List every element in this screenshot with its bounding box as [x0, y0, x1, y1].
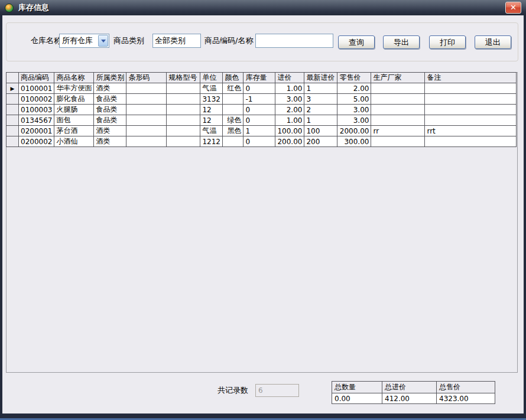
- grid-cell[interactable]: 1: [304, 83, 337, 94]
- grid-cell[interactable]: [167, 126, 200, 136]
- grid-cell[interactable]: 膨化食品: [54, 94, 94, 105]
- grid-cell[interactable]: [223, 94, 243, 105]
- grid-cell[interactable]: 黑色: [223, 126, 243, 136]
- grid-cell[interactable]: 1.00: [275, 83, 304, 94]
- grid-cell[interactable]: 1212: [200, 136, 223, 147]
- grid-cell[interactable]: 0200002: [19, 136, 54, 147]
- grid-cell[interactable]: 2.00: [337, 83, 371, 94]
- grid-cell[interactable]: 12: [200, 115, 223, 126]
- grid-cell[interactable]: [425, 136, 517, 147]
- column-header[interactable]: 颜色: [223, 73, 243, 83]
- category-input[interactable]: [152, 34, 201, 48]
- grid-cell[interactable]: 食品类: [94, 94, 126, 105]
- grid-cell[interactable]: 100.00: [275, 126, 304, 136]
- column-header[interactable]: 最新进价: [304, 73, 337, 83]
- grid-cell[interactable]: 0100003: [19, 105, 54, 115]
- query-button[interactable]: 查询: [338, 35, 375, 49]
- column-header[interactable]: 库存量: [243, 73, 275, 83]
- grid-cell[interactable]: 3: [304, 94, 337, 105]
- grid-cell[interactable]: 食品类: [94, 115, 126, 126]
- grid-cell[interactable]: 2: [304, 105, 337, 115]
- grid-cell[interactable]: [167, 94, 200, 105]
- grid-cell[interactable]: 0100002: [19, 94, 54, 105]
- exit-button[interactable]: 退出: [475, 35, 511, 49]
- grid-cell[interactable]: 0: [243, 83, 275, 94]
- row-selector-cell[interactable]: [7, 126, 19, 136]
- grid-cell[interactable]: [167, 115, 200, 126]
- row-selector-cell[interactable]: [7, 115, 19, 126]
- row-selector-cell[interactable]: [7, 136, 19, 147]
- grid-cell[interactable]: 100: [304, 126, 337, 136]
- column-header[interactable]: 所属类别: [94, 73, 126, 83]
- column-header[interactable]: 商品编码: [19, 73, 54, 83]
- grid-cell[interactable]: 酒类: [94, 83, 126, 94]
- column-header[interactable]: 零售价: [337, 73, 371, 83]
- grid-cell[interactable]: 1: [304, 115, 337, 126]
- grid-cell[interactable]: 5.00: [337, 94, 371, 105]
- column-header[interactable]: 单位: [200, 73, 223, 83]
- row-selector-cell[interactable]: [7, 94, 19, 105]
- grid-cell[interactable]: 红色: [223, 83, 243, 94]
- warehouse-dropdown-button[interactable]: [98, 35, 108, 47]
- row-selector-cell[interactable]: [7, 105, 19, 115]
- grid-cell[interactable]: 200.00: [275, 136, 304, 147]
- column-header[interactable]: 商品名称: [54, 73, 94, 83]
- grid-cell[interactable]: 200: [304, 136, 337, 147]
- grid-cell[interactable]: 0: [243, 136, 275, 147]
- grid-cell[interactable]: [425, 105, 517, 115]
- grid-cell[interactable]: [126, 105, 167, 115]
- grid-cell[interactable]: [371, 136, 425, 147]
- grid-cell[interactable]: 茅台酒: [54, 126, 94, 136]
- grid-cell[interactable]: [425, 83, 517, 94]
- grid-cell[interactable]: 绿色: [223, 115, 243, 126]
- column-header[interactable]: 进价: [275, 73, 304, 83]
- grid-cell[interactable]: [167, 83, 200, 94]
- grid-cell[interactable]: [126, 94, 167, 105]
- grid-cell[interactable]: 3.00: [337, 105, 371, 115]
- warehouse-select[interactable]: 所有仓库: [59, 34, 109, 48]
- grid-cell[interactable]: 酒类: [94, 136, 126, 147]
- grid-cell[interactable]: 0200001: [19, 126, 54, 136]
- column-header[interactable]: 备注: [425, 73, 517, 83]
- grid-cell[interactable]: [425, 115, 517, 126]
- row-selector-cell[interactable]: ▶: [7, 83, 19, 94]
- print-button[interactable]: 打印: [429, 35, 466, 49]
- grid-cell[interactable]: 火腿肠: [54, 105, 94, 115]
- grid-cell[interactable]: [126, 136, 167, 147]
- grid-cell[interactable]: 2000.00: [337, 126, 371, 136]
- grid-cell[interactable]: [167, 136, 200, 147]
- column-header[interactable]: 生产厂家: [371, 73, 425, 83]
- grid-cell[interactable]: [126, 126, 167, 136]
- grid-cell[interactable]: [167, 105, 200, 115]
- export-button[interactable]: 导出: [383, 35, 420, 49]
- column-header[interactable]: 条形码: [126, 73, 167, 83]
- grid-cell[interactable]: 1: [243, 126, 275, 136]
- grid-cell[interactable]: 0: [243, 105, 275, 115]
- grid-cell[interactable]: 3132: [200, 94, 223, 105]
- grid-cell[interactable]: [371, 115, 425, 126]
- grid-cell[interactable]: 食品类: [94, 105, 126, 115]
- grid-cell[interactable]: 12: [200, 105, 223, 115]
- grid-cell[interactable]: [126, 83, 167, 94]
- grid-cell[interactable]: 2.00: [275, 105, 304, 115]
- grid-cell[interactable]: 0134567: [19, 115, 54, 126]
- grid-cell[interactable]: 小酒仙: [54, 136, 94, 147]
- grid-cell[interactable]: 1.00: [275, 115, 304, 126]
- grid-cell[interactable]: [371, 94, 425, 105]
- grid-cell[interactable]: 0: [243, 115, 275, 126]
- grid-cell[interactable]: 面包: [54, 115, 94, 126]
- column-header[interactable]: 规格型号: [167, 73, 200, 83]
- grid-cell[interactable]: [425, 94, 517, 105]
- grid-cell[interactable]: rr: [371, 126, 425, 136]
- grid-cell[interactable]: 3.00: [337, 115, 371, 126]
- grid-cell[interactable]: 华丰方便面: [54, 83, 94, 94]
- grid-cell[interactable]: -1: [243, 94, 275, 105]
- grid-cell[interactable]: [371, 105, 425, 115]
- grid-cell[interactable]: 酒类: [94, 126, 126, 136]
- code-name-input[interactable]: [255, 34, 333, 48]
- grid-cell[interactable]: [371, 83, 425, 94]
- grid-cell[interactable]: 气温: [200, 83, 223, 94]
- grid-cell[interactable]: [223, 105, 243, 115]
- grid-cell[interactable]: [126, 115, 167, 126]
- grid-cell[interactable]: 300.00: [337, 136, 371, 147]
